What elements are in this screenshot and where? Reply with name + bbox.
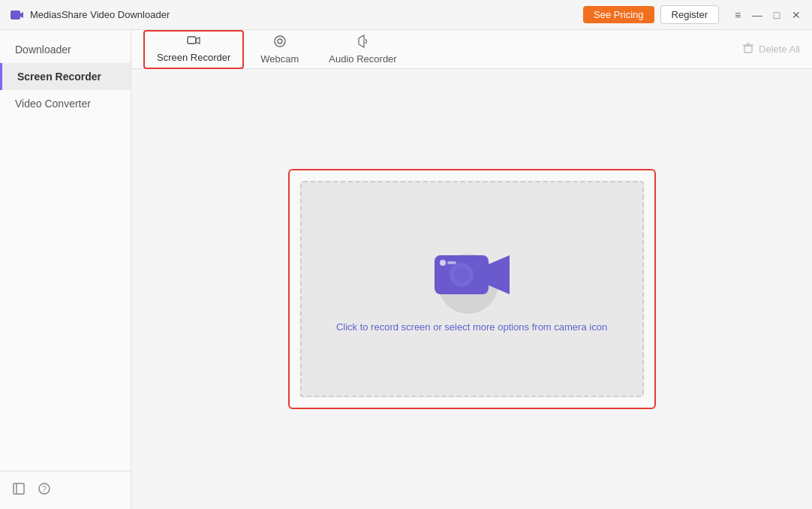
maximize-button[interactable]: □ (770, 8, 783, 22)
sidebar-nav: Downloader Screen Recorder Video Convert… (0, 30, 131, 471)
svg-marker-1 (20, 12, 23, 18)
svg-point-16 (454, 267, 469, 282)
window-controls: ≡ — □ ✕ (731, 8, 803, 22)
svg-rect-11 (744, 46, 752, 53)
sidebar-item-downloader[interactable]: Downloader (0, 36, 131, 63)
camera-icon-wrap (431, 246, 513, 306)
svg-marker-10 (359, 35, 364, 47)
svg-marker-7 (196, 38, 200, 44)
svg-rect-19 (447, 261, 456, 264)
titlebar-right: See Pricing Register ≡ — □ ✕ (583, 5, 803, 24)
svg-point-18 (440, 260, 446, 266)
titlebar-left: MediasShare Video Downloader (9, 8, 170, 23)
webcam-tab-icon (273, 35, 287, 51)
tab-webcam[interactable]: Webcam (247, 30, 312, 71)
sidebar-item-screen-recorder[interactable]: Screen Recorder (0, 63, 131, 90)
toolbar-tabs: Screen Recorder Webcam (143, 30, 411, 71)
svg-rect-6 (188, 37, 196, 44)
main-layout: Downloader Screen Recorder Video Convert… (0, 30, 812, 509)
app-title: MediasShare Video Downloader (30, 9, 170, 20)
toolbar: Screen Recorder Webcam (131, 30, 812, 69)
sidebar-bottom: ? (0, 471, 131, 509)
help-icon[interactable]: ? (38, 482, 51, 498)
delete-icon (742, 42, 754, 57)
register-button[interactable]: Register (660, 5, 719, 24)
delete-all-label[interactable]: Delete All (759, 44, 800, 55)
svg-point-9 (278, 39, 282, 44)
app-icon (9, 8, 24, 23)
content-area: Screen Recorder Webcam (131, 30, 812, 509)
svg-point-8 (275, 36, 285, 47)
toolbar-right[interactable]: Delete All (742, 42, 800, 57)
sidebar: Downloader Screen Recorder Video Convert… (0, 30, 131, 509)
camera-icon (431, 246, 513, 306)
tab-audio-recorder-label: Audio Recorder (329, 53, 396, 65)
tab-audio-recorder[interactable]: Audio Recorder (315, 30, 410, 71)
record-hint: Click to record screen or select more op… (336, 321, 607, 333)
main-content: Click to record screen or select more op… (131, 69, 812, 509)
svg-rect-0 (11, 11, 20, 20)
sidebar-item-video-converter[interactable]: Video Converter (0, 90, 131, 117)
svg-marker-17 (489, 255, 510, 294)
tab-screen-recorder[interactable]: Screen Recorder (143, 30, 244, 69)
minimize-button[interactable]: — (750, 8, 764, 22)
titlebar: MediasShare Video Downloader See Pricing… (0, 0, 812, 30)
see-pricing-button[interactable]: See Pricing (583, 6, 654, 23)
book-icon[interactable] (12, 482, 26, 498)
audio-recorder-tab-icon (356, 35, 370, 51)
record-area-outer[interactable]: Click to record screen or select more op… (288, 169, 656, 409)
tab-webcam-label: Webcam (260, 53, 299, 65)
svg-rect-2 (14, 483, 24, 494)
menu-button[interactable]: ≡ (731, 8, 744, 22)
tab-screen-recorder-label: Screen Recorder (157, 52, 230, 63)
screen-recorder-tab-icon (187, 36, 200, 50)
close-button[interactable]: ✕ (789, 8, 803, 22)
svg-text:?: ? (42, 485, 47, 493)
record-area-inner[interactable]: Click to record screen or select more op… (300, 181, 644, 397)
